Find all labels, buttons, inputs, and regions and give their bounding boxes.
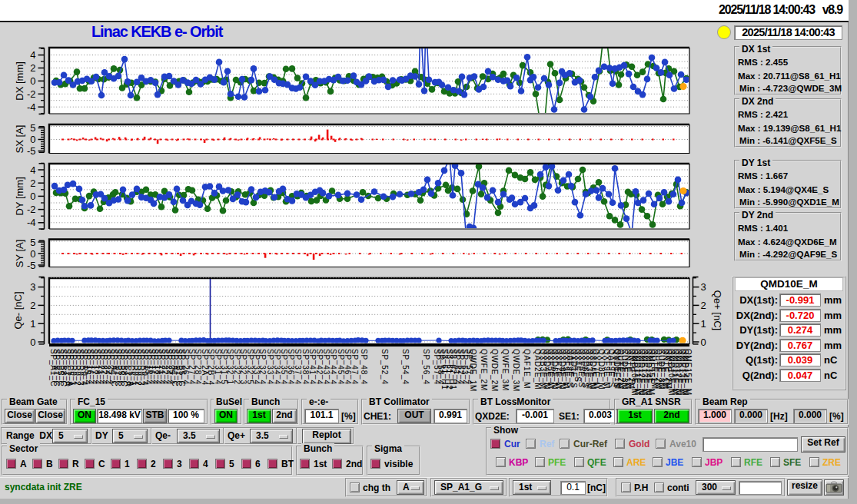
svg-text:4: 4 [30, 49, 35, 61]
svg-text:-2: -2 [27, 204, 36, 215]
svg-text:0: 0 [30, 191, 35, 202]
svg-text:-5: -5 [27, 260, 36, 271]
svg-text:2: 2 [30, 300, 35, 311]
svg-text:SP_52_4: SP_52_4 [380, 349, 389, 385]
svg-text:1: 1 [30, 318, 35, 330]
svg-text:QAF1E_M: QAF1E_M [523, 349, 531, 389]
svg-text:5: 5 [30, 237, 35, 248]
svg-text:0: 0 [30, 75, 35, 87]
svg-text:QWFE_2M: QWFE_2M [480, 349, 488, 391]
svg-text:2: 2 [30, 177, 35, 189]
svg-text:-2: -2 [27, 88, 36, 100]
svg-text:Qe- [nC]: Qe- [nC] [12, 291, 24, 329]
svg-text:3: 3 [30, 281, 35, 293]
svg-text:SP_47_4: SP_47_4 [350, 349, 359, 385]
svg-text:QWDE_3M: QWDE_3M [512, 349, 520, 392]
svg-text:-4: -4 [27, 217, 36, 228]
svg-text:QWFE_3M: QWFE_3M [501, 349, 510, 391]
svg-text:SY [A]: SY [A] [14, 240, 25, 268]
svg-text:SX [A]: SX [A] [14, 125, 25, 154]
svg-text:SP_54_4: SP_54_4 [401, 349, 410, 385]
svg-text:1: 1 [701, 318, 706, 330]
svg-text:0: 0 [30, 248, 35, 260]
svg-text:SP_48_4: SP_48_4 [360, 349, 368, 385]
svg-text:5: 5 [30, 122, 35, 134]
svg-text:SP_56_4: SP_56_4 [422, 349, 430, 385]
svg-text:4: 4 [30, 164, 35, 176]
svg-text:-5: -5 [27, 145, 36, 157]
svg-text:0: 0 [30, 134, 35, 145]
svg-text:0: 0 [30, 337, 35, 348]
svg-text:3: 3 [701, 281, 706, 293]
svg-text:QWDE_1M: QWDE_1M [469, 349, 477, 392]
svg-text:0: 0 [701, 337, 706, 348]
svg-text:2: 2 [701, 300, 706, 311]
svg-text:DY [mm]: DY [mm] [14, 177, 25, 215]
svg-text:QME15E_M: QME15E_M [684, 349, 693, 396]
svg-text:-4: -4 [27, 101, 36, 113]
svg-text:QWDE_2M: QWDE_2M [490, 349, 499, 392]
svg-text:DX [mm]: DX [mm] [14, 61, 25, 101]
svg-text:Qe+ [nC]: Qe+ [nC] [712, 290, 723, 330]
svg-text:2: 2 [30, 62, 35, 74]
